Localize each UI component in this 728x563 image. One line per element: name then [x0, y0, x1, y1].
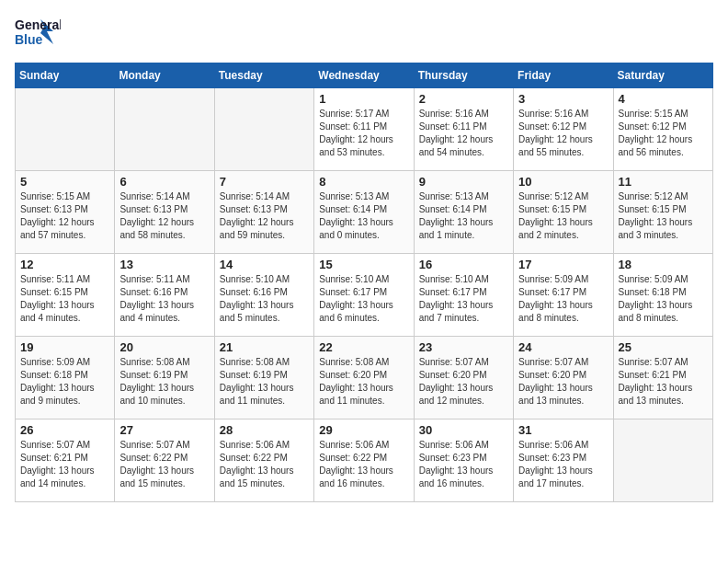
calendar-cell: 25Sunrise: 5:07 AM Sunset: 6:21 PM Dayli… [613, 337, 712, 419]
calendar-cell: 10Sunrise: 5:12 AM Sunset: 6:15 PM Dayli… [514, 171, 613, 254]
weekday-header-monday: Monday [115, 63, 214, 88]
day-number: 15 [319, 258, 408, 271]
calendar-cell: 22Sunrise: 5:08 AM Sunset: 6:20 PM Dayli… [314, 337, 414, 419]
cell-info: Sunrise: 5:10 AM Sunset: 6:17 PM Dayligh… [419, 273, 508, 325]
calendar-cell [214, 88, 313, 171]
cell-info: Sunrise: 5:15 AM Sunset: 6:12 PM Dayligh… [619, 108, 708, 159]
day-number: 13 [119, 258, 209, 271]
calendar-cell: 11Sunrise: 5:12 AM Sunset: 6:15 PM Dayli… [613, 171, 712, 254]
calendar-cell: 23Sunrise: 5:07 AM Sunset: 6:20 PM Dayli… [414, 337, 513, 419]
calendar-week-row-1: 1Sunrise: 5:17 AM Sunset: 6:11 PM Daylig… [16, 88, 713, 171]
cell-info: Sunrise: 5:16 AM Sunset: 6:11 PM Dayligh… [419, 108, 508, 159]
cell-info: Sunrise: 5:17 AM Sunset: 6:11 PM Dayligh… [319, 108, 408, 159]
calendar-cell: 27Sunrise: 5:07 AM Sunset: 6:22 PM Dayli… [115, 419, 214, 502]
cell-info: Sunrise: 5:06 AM Sunset: 6:22 PM Dayligh… [220, 439, 309, 490]
day-number: 14 [220, 258, 309, 271]
cell-info: Sunrise: 5:07 AM Sunset: 6:21 PM Dayligh… [20, 439, 109, 490]
cell-info: Sunrise: 5:06 AM Sunset: 6:22 PM Dayligh… [319, 439, 408, 490]
calendar-cell [613, 419, 712, 502]
calendar-cell [115, 88, 214, 171]
weekday-header-sunday: Sunday [16, 63, 115, 88]
cell-info: Sunrise: 5:06 AM Sunset: 6:23 PM Dayligh… [518, 439, 608, 490]
weekday-header-tuesday: Tuesday [214, 63, 313, 88]
day-number: 28 [220, 423, 309, 437]
day-number: 2 [419, 92, 508, 106]
calendar-cell: 24Sunrise: 5:07 AM Sunset: 6:20 PM Dayli… [514, 337, 613, 419]
day-number: 22 [319, 340, 408, 354]
calendar-cell: 29Sunrise: 5:06 AM Sunset: 6:22 PM Dayli… [314, 419, 414, 502]
svg-text:General: General [15, 17, 61, 32]
page-header: GeneralBlue [15, 15, 713, 52]
calendar-cell: 8Sunrise: 5:13 AM Sunset: 6:14 PM Daylig… [314, 171, 414, 254]
cell-info: Sunrise: 5:13 AM Sunset: 6:14 PM Dayligh… [319, 190, 408, 242]
cell-info: Sunrise: 5:15 AM Sunset: 6:13 PM Dayligh… [20, 190, 109, 242]
calendar-cell: 18Sunrise: 5:09 AM Sunset: 6:18 PM Dayli… [613, 254, 712, 337]
calendar-cell: 30Sunrise: 5:06 AM Sunset: 6:23 PM Dayli… [414, 419, 513, 502]
cell-info: Sunrise: 5:10 AM Sunset: 6:17 PM Dayligh… [319, 273, 408, 325]
calendar-week-row-4: 19Sunrise: 5:09 AM Sunset: 6:18 PM Dayli… [16, 337, 713, 419]
calendar-cell: 21Sunrise: 5:08 AM Sunset: 6:19 PM Dayli… [214, 337, 313, 419]
cell-info: Sunrise: 5:07 AM Sunset: 6:21 PM Dayligh… [619, 356, 708, 408]
calendar-cell: 3Sunrise: 5:16 AM Sunset: 6:12 PM Daylig… [514, 88, 613, 171]
day-number: 21 [220, 340, 309, 354]
calendar-cell: 4Sunrise: 5:15 AM Sunset: 6:12 PM Daylig… [613, 88, 712, 171]
day-number: 8 [319, 175, 408, 189]
day-number: 9 [419, 175, 508, 189]
day-number: 19 [20, 340, 109, 354]
day-number: 11 [619, 175, 708, 189]
day-number: 5 [20, 175, 109, 189]
logo: GeneralBlue [15, 15, 61, 52]
weekday-header-row: SundayMondayTuesdayWednesdayThursdayFrid… [16, 63, 713, 88]
cell-info: Sunrise: 5:08 AM Sunset: 6:20 PM Dayligh… [319, 356, 408, 408]
calendar-cell: 7Sunrise: 5:14 AM Sunset: 6:13 PM Daylig… [214, 171, 313, 254]
calendar-cell: 26Sunrise: 5:07 AM Sunset: 6:21 PM Dayli… [16, 419, 115, 502]
day-number: 25 [619, 340, 708, 354]
day-number: 1 [319, 92, 408, 106]
day-number: 26 [20, 423, 109, 437]
calendar-cell: 12Sunrise: 5:11 AM Sunset: 6:15 PM Dayli… [16, 254, 115, 337]
cell-info: Sunrise: 5:07 AM Sunset: 6:20 PM Dayligh… [518, 356, 608, 408]
day-number: 4 [619, 92, 708, 106]
cell-info: Sunrise: 5:09 AM Sunset: 6:17 PM Dayligh… [518, 273, 608, 325]
cell-info: Sunrise: 5:13 AM Sunset: 6:14 PM Dayligh… [419, 190, 508, 242]
weekday-header-thursday: Thursday [414, 63, 513, 88]
calendar-cell: 1Sunrise: 5:17 AM Sunset: 6:11 PM Daylig… [314, 88, 414, 171]
cell-info: Sunrise: 5:06 AM Sunset: 6:23 PM Dayligh… [419, 439, 508, 490]
calendar-cell: 19Sunrise: 5:09 AM Sunset: 6:18 PM Dayli… [16, 337, 115, 419]
calendar-cell: 13Sunrise: 5:11 AM Sunset: 6:16 PM Dayli… [115, 254, 214, 337]
cell-info: Sunrise: 5:09 AM Sunset: 6:18 PM Dayligh… [20, 356, 109, 408]
calendar-cell: 15Sunrise: 5:10 AM Sunset: 6:17 PM Dayli… [314, 254, 414, 337]
day-number: 3 [518, 92, 608, 106]
calendar-week-row-3: 12Sunrise: 5:11 AM Sunset: 6:15 PM Dayli… [16, 254, 713, 337]
cell-info: Sunrise: 5:07 AM Sunset: 6:20 PM Dayligh… [419, 356, 508, 408]
cell-info: Sunrise: 5:10 AM Sunset: 6:16 PM Dayligh… [220, 273, 309, 325]
weekday-header-friday: Friday [514, 63, 613, 88]
calendar-table: SundayMondayTuesdayWednesdayThursdayFrid… [15, 63, 713, 502]
calendar-cell: 31Sunrise: 5:06 AM Sunset: 6:23 PM Dayli… [514, 419, 613, 502]
day-number: 18 [619, 258, 708, 271]
svg-text:Blue: Blue [15, 32, 43, 47]
day-number: 31 [518, 423, 608, 437]
logo-icon: GeneralBlue [15, 15, 61, 52]
weekday-header-saturday: Saturday [613, 63, 712, 88]
cell-info: Sunrise: 5:11 AM Sunset: 6:15 PM Dayligh… [20, 273, 109, 325]
day-number: 12 [20, 258, 109, 271]
calendar-cell: 9Sunrise: 5:13 AM Sunset: 6:14 PM Daylig… [414, 171, 513, 254]
cell-info: Sunrise: 5:12 AM Sunset: 6:15 PM Dayligh… [619, 190, 708, 242]
day-number: 30 [419, 423, 508, 437]
cell-info: Sunrise: 5:14 AM Sunset: 6:13 PM Dayligh… [119, 190, 209, 242]
day-number: 6 [119, 175, 209, 189]
cell-info: Sunrise: 5:09 AM Sunset: 6:18 PM Dayligh… [619, 273, 708, 325]
calendar-week-row-2: 5Sunrise: 5:15 AM Sunset: 6:13 PM Daylig… [16, 171, 713, 254]
day-number: 7 [220, 175, 309, 189]
cell-info: Sunrise: 5:12 AM Sunset: 6:15 PM Dayligh… [518, 190, 608, 242]
calendar-cell: 6Sunrise: 5:14 AM Sunset: 6:13 PM Daylig… [115, 171, 214, 254]
weekday-header-wednesday: Wednesday [314, 63, 414, 88]
day-number: 29 [319, 423, 408, 437]
calendar-cell: 5Sunrise: 5:15 AM Sunset: 6:13 PM Daylig… [16, 171, 115, 254]
day-number: 16 [419, 258, 508, 271]
day-number: 23 [419, 340, 508, 354]
calendar-cell: 28Sunrise: 5:06 AM Sunset: 6:22 PM Dayli… [214, 419, 313, 502]
day-number: 17 [518, 258, 608, 271]
cell-info: Sunrise: 5:11 AM Sunset: 6:16 PM Dayligh… [119, 273, 209, 325]
